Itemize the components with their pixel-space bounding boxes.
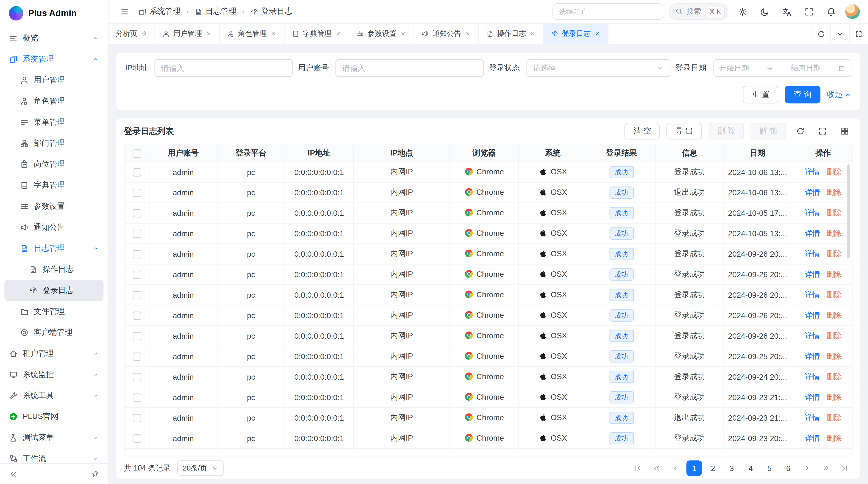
sidebar-item-param-settings[interactable]: 参数设置 xyxy=(4,196,103,217)
page-6-button[interactable]: 6 xyxy=(780,460,796,476)
fullscreen-button[interactable] xyxy=(801,3,817,20)
login-status-select[interactable]: 请选择 xyxy=(527,59,671,77)
sidebar-item-dict-management[interactable]: 字典管理 xyxy=(4,175,103,196)
delete-link[interactable]: 删除 xyxy=(827,413,841,423)
close-icon[interactable] xyxy=(335,30,342,37)
query-button[interactable]: 查 询 xyxy=(785,86,820,103)
row-checkbox[interactable] xyxy=(133,414,141,422)
tabs-more-button[interactable] xyxy=(830,24,849,44)
delete-button[interactable]: 删 除 xyxy=(709,123,744,139)
close-icon[interactable] xyxy=(529,30,536,37)
page-4-button[interactable]: 4 xyxy=(743,460,758,476)
detail-link[interactable]: 详情 xyxy=(805,311,820,320)
theme-toggle-button[interactable] xyxy=(756,3,773,20)
detail-link[interactable]: 详情 xyxy=(805,372,820,382)
row-checkbox[interactable] xyxy=(133,168,141,177)
sidebar-collapse-button[interactable] xyxy=(7,467,20,481)
first-page-button[interactable] xyxy=(630,460,646,476)
table-refresh-button[interactable] xyxy=(793,123,808,139)
delete-link[interactable]: 删除 xyxy=(827,208,841,218)
row-checkbox[interactable] xyxy=(133,271,141,279)
global-search-button[interactable]: 搜索 ⌘ K xyxy=(669,3,728,20)
tab-notice-announcement[interactable]: 通知公告 xyxy=(414,24,479,44)
select-all-checkbox[interactable] xyxy=(133,150,141,158)
close-icon[interactable] xyxy=(270,30,277,37)
sidebar-item-menu-management[interactable]: 菜单管理 xyxy=(4,112,103,133)
app-logo[interactable]: Plus Admin xyxy=(0,0,108,27)
delete-link[interactable]: 删除 xyxy=(827,372,841,382)
table-grid-button[interactable] xyxy=(837,123,852,139)
login-date-range-picker[interactable]: 开始日期结束日期 xyxy=(713,59,851,77)
menu-toggle-button[interactable] xyxy=(116,3,133,20)
close-icon[interactable] xyxy=(594,30,601,37)
tab-login-log[interactable]: 登录日志 xyxy=(544,24,609,44)
sidebar-item-system-management[interactable]: 系统管理 xyxy=(4,49,103,70)
page-2-button[interactable]: 2 xyxy=(705,460,721,476)
prev-5-pages-button[interactable] xyxy=(649,460,664,476)
sidebar-item-plus-site[interactable]: PLUS官网 xyxy=(4,406,103,427)
sidebar-item-department-management[interactable]: 部门管理 xyxy=(4,133,103,154)
delete-link[interactable]: 删除 xyxy=(827,228,841,238)
sidebar-item-system-monitor[interactable]: 系统监控 xyxy=(4,364,103,385)
page-5-button[interactable]: 5 xyxy=(762,460,777,476)
detail-link[interactable]: 详情 xyxy=(805,331,820,341)
tab-param-settings[interactable]: 参数设置 xyxy=(349,24,414,44)
detail-link[interactable]: 详情 xyxy=(805,188,820,197)
prev-page-button[interactable] xyxy=(668,460,683,476)
user-avatar[interactable] xyxy=(845,4,860,19)
sidebar-item-test-menu[interactable]: 测试菜单 xyxy=(4,427,103,448)
row-checkbox[interactable] xyxy=(133,189,141,197)
page-size-select[interactable]: 20条/页 xyxy=(177,460,224,476)
page-1-button[interactable]: 1 xyxy=(686,460,702,476)
notifications-button[interactable] xyxy=(823,3,839,20)
detail-link[interactable]: 详情 xyxy=(805,392,820,402)
user-account-input[interactable] xyxy=(336,59,484,77)
next-5-pages-button[interactable] xyxy=(818,460,834,476)
sidebar-item-role-management[interactable]: 角色管理 xyxy=(4,91,103,112)
delete-link[interactable]: 删除 xyxy=(827,249,841,259)
delete-link[interactable]: 删除 xyxy=(827,269,841,279)
delete-link[interactable]: 删除 xyxy=(827,351,841,361)
detail-link[interactable]: 详情 xyxy=(805,351,820,361)
detail-link[interactable]: 详情 xyxy=(805,433,820,443)
breadcrumb-item-login-log[interactable]: 登录日志 xyxy=(250,7,292,17)
close-icon[interactable] xyxy=(206,30,212,37)
sidebar-item-login-log[interactable]: 登录日志 xyxy=(4,280,103,301)
next-page-button[interactable] xyxy=(799,460,815,476)
table-fullscreen-button[interactable] xyxy=(815,123,830,139)
delete-link[interactable]: 删除 xyxy=(827,188,841,197)
sidebar-item-operation-log[interactable]: 操作日志 xyxy=(4,259,103,280)
delete-link[interactable]: 删除 xyxy=(827,331,841,341)
sidebar-item-client-management[interactable]: 客户端管理 xyxy=(4,322,103,343)
tab-dict-management[interactable]: 字典管理 xyxy=(284,24,349,44)
clear-button[interactable]: 清 空 xyxy=(625,123,660,139)
pin-icon[interactable] xyxy=(141,30,147,37)
row-checkbox[interactable] xyxy=(133,312,141,320)
delete-link[interactable]: 删除 xyxy=(827,311,841,320)
detail-link[interactable]: 详情 xyxy=(805,249,820,259)
sidebar-item-system-tools[interactable]: 系统工具 xyxy=(4,385,103,406)
detail-link[interactable]: 详情 xyxy=(805,413,820,423)
row-checkbox[interactable] xyxy=(133,332,141,340)
sidebar-item-workflow[interactable]: 工作流 xyxy=(4,448,103,463)
row-checkbox[interactable] xyxy=(133,291,141,300)
language-button[interactable] xyxy=(778,3,795,20)
reset-button[interactable]: 重 置 xyxy=(743,86,779,103)
tab-analysis[interactable]: 分析页 xyxy=(108,24,155,44)
row-checkbox[interactable] xyxy=(133,251,141,259)
ip-address-input[interactable] xyxy=(155,59,293,77)
sidebar-item-log-management[interactable]: 日志管理 xyxy=(4,238,103,259)
settings-button[interactable] xyxy=(734,3,751,20)
row-checkbox[interactable] xyxy=(133,209,141,218)
breadcrumb-item-log-management[interactable]: 日志管理 xyxy=(194,7,236,17)
sidebar-item-file-management[interactable]: 文件管理 xyxy=(4,301,103,322)
detail-link[interactable]: 详情 xyxy=(805,228,820,238)
delete-link[interactable]: 删除 xyxy=(827,167,841,177)
sidebar-item-tenant-management[interactable]: 租户管理 xyxy=(4,343,103,364)
last-page-button[interactable] xyxy=(837,460,852,476)
delete-link[interactable]: 删除 xyxy=(827,392,841,402)
unlock-button[interactable]: 解 锁 xyxy=(751,123,786,139)
tabs-refresh-button[interactable] xyxy=(812,24,830,44)
row-checkbox[interactable] xyxy=(133,434,141,443)
delete-link[interactable]: 删除 xyxy=(827,290,841,300)
